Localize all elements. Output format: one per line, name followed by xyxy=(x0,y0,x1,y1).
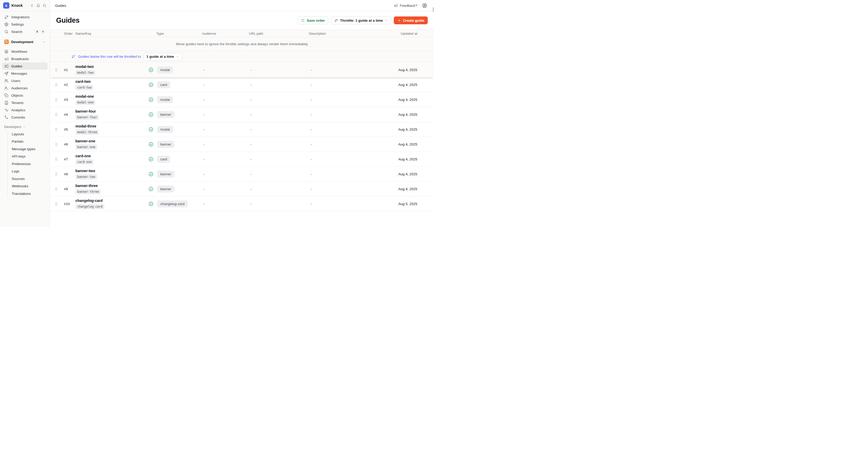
drag-handle-icon[interactable] xyxy=(54,68,58,72)
sidebar-item-api-keys[interactable]: API keys xyxy=(7,153,48,161)
table-row[interactable]: #1modal-twomodal-twomodal---Aug 4, 2025 xyxy=(50,62,434,77)
user-avatar-icon[interactable] xyxy=(422,3,427,8)
sidebar-item-users[interactable]: Users xyxy=(2,77,48,84)
guide-name: modal-two xyxy=(75,64,94,69)
chevron-down-icon xyxy=(385,19,388,22)
column-header-description: Description xyxy=(309,32,372,35)
sidebar-item-audiences[interactable]: Audiences xyxy=(2,84,48,92)
sidebar-item-tenants[interactable]: Tenants xyxy=(2,99,48,106)
row-order: #2 xyxy=(62,83,75,87)
sidebar-item-analytics[interactable]: Analytics xyxy=(2,106,48,114)
users-icon xyxy=(4,79,9,83)
sidebar-item-integrations[interactable]: Integrations xyxy=(2,13,48,21)
save-order-label: Save order xyxy=(307,19,325,23)
sidebar-item-webhooks[interactable]: Webhooks xyxy=(7,182,48,190)
guide-key-chip: card-two xyxy=(75,85,93,90)
guide-type-chip: card xyxy=(157,81,170,88)
breadcrumb[interactable]: Guides xyxy=(55,4,66,7)
drag-handle-icon[interactable] xyxy=(54,97,58,102)
sidebar-item-broadcasts[interactable]: Broadcasts xyxy=(2,55,48,62)
create-guide-label: Create guide xyxy=(403,19,424,23)
guide-name: banner-four xyxy=(75,109,96,113)
shortcut-keys: ⌘K xyxy=(34,30,45,34)
environment-switcher[interactable]: Development xyxy=(2,38,48,46)
sidebar-item-label: Tenants xyxy=(11,101,24,105)
row-order: #5 xyxy=(62,127,75,132)
feedback-label: Feedback? xyxy=(400,4,417,7)
throttle-dropdown-button[interactable]: Throttle: 1 guide at a time xyxy=(331,17,391,24)
table-row[interactable]: #5modal-threemodal-threemodal---Aug 4, 2… xyxy=(50,122,434,137)
sidebar-item-sources[interactable]: Sources xyxy=(7,175,48,182)
guides-table: Order Name/Key Type Audience URL path De… xyxy=(50,30,434,211)
table-row[interactable]: #9banner-threebanner-threebanner---Aug 4… xyxy=(50,181,434,196)
guide-name: card-one xyxy=(75,154,91,158)
updated-at-value: Aug 4, 2025 xyxy=(372,157,417,161)
sidebar-item-label: Translations xyxy=(12,192,31,196)
table-row[interactable]: #4banner-fourbanner-fourbanner---Aug 4, … xyxy=(50,107,434,122)
megaphone-icon xyxy=(4,57,9,61)
sort-descending-icon xyxy=(71,55,75,59)
building-icon xyxy=(4,101,9,105)
key-cap: K xyxy=(41,30,45,34)
guide-key-chip: banner-one xyxy=(75,144,97,150)
sidebar-item-partials[interactable]: Partials xyxy=(7,138,48,145)
sidebar-item-settings[interactable]: Settings xyxy=(2,21,48,28)
column-header-name-key: Name/Key xyxy=(75,32,149,35)
drag-handle-icon[interactable] xyxy=(54,187,58,191)
description-value: - xyxy=(309,202,372,206)
table-row[interactable]: #7card-onecard-onecard---Aug 4, 2025 xyxy=(50,152,434,167)
sidebar-item-message-types[interactable]: Message types xyxy=(7,145,48,153)
guide-name: card-two xyxy=(75,79,91,84)
unthrottled-drop-zone[interactable]: Move guides here to ignore the throttle … xyxy=(50,37,434,51)
search-icon[interactable] xyxy=(42,4,46,7)
drag-handle-icon[interactable] xyxy=(54,127,58,132)
drag-handle-icon[interactable] xyxy=(54,172,58,176)
feedback-button[interactable]: Feedback? xyxy=(394,3,417,7)
git-commit-icon xyxy=(4,115,9,120)
status-check-icon xyxy=(149,172,153,177)
sidebar-item-commits[interactable]: Commits xyxy=(2,114,48,121)
create-guide-button[interactable]: Create guide xyxy=(394,17,428,24)
drag-handle-icon[interactable] xyxy=(54,202,58,206)
description-value: - xyxy=(309,172,372,176)
sidebar-item-label: Integrations xyxy=(11,15,30,19)
table-row[interactable]: #8banner-twobanner-twobanner---Aug 4, 20… xyxy=(50,167,434,181)
row-order: #10 xyxy=(62,202,75,206)
developers-section-toggle[interactable]: Developers xyxy=(2,123,48,130)
sidebar-item-search[interactable]: Search⌘K xyxy=(2,28,48,35)
sidebar-item-translations[interactable]: Translations xyxy=(7,190,48,197)
sidebar-item-guides[interactable]: Guides xyxy=(2,62,48,70)
sidebar-item-workflows[interactable]: Workflows xyxy=(2,48,48,55)
throttle-amount-value: 1 guide at a time xyxy=(146,55,174,58)
table-row[interactable]: #3modal-onemodal-onemodal---Aug 4, 2025 xyxy=(50,92,434,107)
sidebar-item-label: Guides xyxy=(11,64,23,68)
chevron-down-icon xyxy=(176,55,179,58)
drag-handle-icon[interactable] xyxy=(54,157,58,162)
guide-key-chip: modal-two xyxy=(75,70,95,75)
scrollbar-thumb[interactable] xyxy=(433,7,434,12)
audience-value: - xyxy=(202,127,249,132)
table-row[interactable]: #10changelog-cardchangelog-cardchangelog… xyxy=(50,196,434,211)
sidebar-item-preferences[interactable]: Preferences xyxy=(7,160,48,168)
table-row[interactable]: #6banner-onebanner-onebanner---Aug 4, 20… xyxy=(50,137,434,152)
guide-key-chip: changelog-card xyxy=(75,204,104,209)
save-order-button[interactable]: Save order xyxy=(298,17,328,24)
description-value: - xyxy=(309,68,372,72)
sidebar-item-messages[interactable]: Messages xyxy=(2,70,48,77)
plus-icon xyxy=(397,19,401,23)
chevrons-up-down-icon[interactable] xyxy=(30,4,34,7)
drag-handle-icon[interactable] xyxy=(54,142,58,146)
drag-handle-icon[interactable] xyxy=(54,112,58,117)
drag-handle-icon[interactable] xyxy=(54,83,58,87)
sidebar-item-logs[interactable]: Logs xyxy=(7,168,48,175)
throttle-amount-select[interactable]: 1 guide at a time xyxy=(144,53,182,61)
updated-at-value: Aug 4, 2025 xyxy=(372,127,417,132)
sidebar-item-layouts[interactable]: Layouts xyxy=(7,130,48,138)
bell-icon[interactable] xyxy=(36,4,40,7)
table-row[interactable]: #2card-twocard-twocard---Aug 4, 2025 xyxy=(50,77,434,92)
sidebar-item-label: API keys xyxy=(12,154,26,158)
updated-at-value: Aug 4, 2025 xyxy=(372,113,417,116)
sidebar-item-objects[interactable]: Objects xyxy=(2,92,48,99)
throttle-label: Throttle: 1 guide at a time xyxy=(340,19,383,23)
sidebar-item-label: Search xyxy=(11,30,23,34)
